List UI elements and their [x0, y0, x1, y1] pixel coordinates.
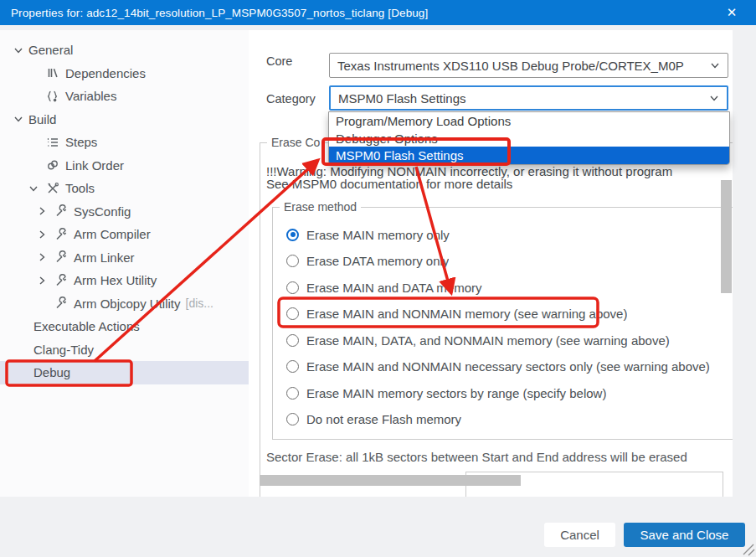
dialog-title: Properties for: adc12_14bit_resolution_L… [0, 7, 428, 19]
wrench-icon [52, 250, 69, 264]
dropdown-option-debugger-options[interactable]: Debugger Options [329, 130, 729, 147]
sidebar-item-label: Variables [65, 89, 116, 103]
radio-erase-sectors-by-range[interactable]: Erase MAIN memory sectors by range (spec… [286, 380, 606, 405]
chevron-down-icon [13, 114, 28, 124]
sidebar-item-clang-tidy[interactable]: Clang-Tidy [0, 338, 249, 362]
erase-method-group-label: Erase method [280, 200, 361, 214]
radio-erase-main-and-nonmain[interactable]: Erase MAIN and NONMAIN memory (see warni… [286, 301, 627, 326]
chevron-right-icon [37, 252, 52, 262]
radio-erase-necessary-sectors[interactable]: Erase MAIN and NONMAIN necessary sectors… [286, 353, 710, 379]
sidebar-item-tools[interactable]: Tools [0, 177, 249, 200]
sidebar-item-label: General [28, 43, 73, 57]
sidebar-item-dependencies[interactable]: Dependencies [0, 62, 249, 85]
disabled-suffix: [dis... [186, 297, 213, 310]
sidebar-item-arm-linker[interactable]: Arm Linker [0, 246, 249, 270]
sidebar-item-label: Link Order [65, 158, 124, 173]
chevron-right-icon [37, 206, 52, 216]
sidebar-item-steps[interactable]: Steps [0, 131, 249, 154]
dependencies-icon [44, 66, 61, 80]
radio-erase-main-data-nonmain[interactable]: Erase MAIN, DATA, and NONMAIN memory (se… [286, 327, 670, 353]
sidebar-item-executable-actions[interactable]: Executable Actions [0, 315, 249, 338]
sidebar-item-label: Debug [33, 365, 70, 379]
vertical-scrollbar-thumb[interactable] [721, 180, 732, 293]
sidebar-item-sysconfig[interactable]: SysConfig [0, 200, 249, 224]
radio-icon[interactable] [286, 360, 299, 373]
variables-icon [44, 90, 61, 103]
sector-erase-note: Sector Erase: all 1kB sectors between St… [266, 450, 687, 464]
chevron-right-icon [37, 276, 52, 286]
save-and-close-button[interactable]: Save and Close [624, 523, 745, 547]
sidebar-item-label: Executable Actions [33, 319, 140, 333]
radio-icon[interactable] [286, 387, 299, 400]
properties-dialog: { "titlebar": { "title": "Properties for… [0, 0, 756, 557]
dropdown-option-mspm0-flash-settings[interactable]: MSPM0 Flash Settings [329, 147, 729, 164]
radio-icon[interactable] [286, 413, 299, 425]
sidebar-item-label: Dependencies [65, 66, 146, 80]
documentation-note-text: See MSPM0 documentation for more details [266, 177, 723, 191]
dropdown-option-program-memory-load[interactable]: Program/Memory Load Options [329, 112, 729, 130]
sidebar-item-label: Arm Hex Utility [74, 273, 157, 287]
settings-tree-sidebar: General Dependencies Variables Build Ste… [0, 30, 249, 497]
sidebar-item-arm-compiler[interactable]: Arm Compiler [0, 223, 249, 246]
radio-icon[interactable] [286, 334, 299, 347]
sidebar-item-arm-objcopy-utility[interactable]: Arm Objcopy Utility [dis... [0, 292, 249, 316]
radio-icon[interactable] [286, 281, 299, 294]
steps-list-icon [44, 136, 61, 149]
sidebar-item-link-order[interactable]: Link Order [0, 154, 249, 178]
tools-icon [44, 182, 61, 195]
sidebar-item-debug[interactable]: Debug [0, 361, 249, 384]
chevron-down-icon [709, 59, 721, 74]
core-select-value: Texas Instruments XDS110 USB Debug Probe… [337, 59, 684, 73]
horizontal-scrollbar-thumb[interactable] [260, 475, 521, 486]
sidebar-item-label: Arm Linker [74, 250, 135, 265]
chevron-down-icon [13, 45, 28, 55]
chevron-down-icon [28, 183, 44, 193]
dialog-titlebar: Properties for: adc12_14bit_resolution_L… [0, 0, 756, 25]
sidebar-item-label: Arm Objcopy Utility [74, 297, 181, 311]
cancel-button[interactable]: Cancel [544, 523, 615, 547]
wrench-icon [52, 297, 69, 310]
radio-erase-main-and-data[interactable]: Erase MAIN and DATA memory [286, 275, 482, 300]
erase-configuration-group-label: Erase Co [267, 136, 324, 149]
radio-icon[interactable] [286, 255, 299, 267]
sidebar-item-variables[interactable]: Variables [0, 85, 249, 108]
wrench-icon [52, 274, 69, 287]
core-label: Core [266, 54, 292, 68]
category-dropdown-list: Program/Memory Load Options Debugger Opt… [328, 111, 730, 165]
core-select[interactable]: Texas Instruments XDS110 USB Debug Probe… [329, 53, 728, 78]
category-label: Category [266, 92, 316, 106]
category-select-value: MSPM0 Flash Settings [338, 91, 466, 106]
sidebar-item-build[interactable]: Build [0, 108, 249, 132]
wrench-icon [52, 228, 69, 241]
sidebar-item-arm-hex-utility[interactable]: Arm Hex Utility [0, 269, 249, 292]
chevron-down-icon [708, 92, 720, 106]
close-icon[interactable]: ✕ [717, 0, 746, 25]
debug-settings-panel: Core Texas Instruments XDS110 USB Debug … [249, 30, 733, 497]
radio-erase-data-only[interactable]: Erase DATA memory only [286, 248, 449, 273]
radio-erase-main-only[interactable]: Erase MAIN memory only [286, 222, 450, 247]
sidebar-item-label: Steps [65, 135, 97, 149]
link-chain-icon [44, 158, 61, 172]
sidebar-item-label: Tools [65, 181, 95, 195]
sidebar-item-label: SysConfig [74, 204, 131, 219]
category-select[interactable]: MSPM0 Flash Settings [329, 85, 728, 111]
wrench-icon [52, 204, 69, 218]
sidebar-item-general[interactable]: General [0, 39, 249, 62]
chevron-right-icon [37, 230, 52, 240]
sidebar-item-label: Arm Compiler [74, 227, 151, 241]
sidebar-item-label: Clang-Tidy [33, 343, 94, 357]
settings-tree: General Dependencies Variables Build Ste… [0, 39, 249, 384]
sidebar-item-label: Build [28, 112, 56, 126]
radio-icon[interactable] [286, 307, 299, 320]
radio-do-not-erase[interactable]: Do not erase Flash memory [286, 406, 461, 431]
radio-selected-icon[interactable] [286, 229, 299, 241]
